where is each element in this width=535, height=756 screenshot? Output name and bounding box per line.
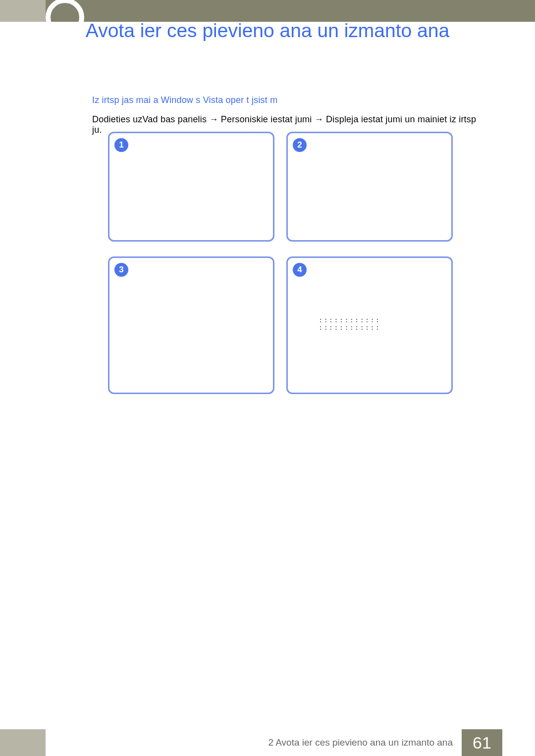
page-footer: 2 Avota ier ces pievieno ana un izmanto … bbox=[0, 729, 535, 756]
step-number-badge: 2 bbox=[293, 138, 307, 152]
step-number-badge: 1 bbox=[114, 138, 128, 152]
step-number-badge: 4 bbox=[293, 263, 307, 277]
step-card-4: 4 :::::::::::: :::::::::::: bbox=[286, 256, 453, 394]
page-title: Avota ier ces pievieno ana un izmanto an… bbox=[0, 20, 535, 42]
arrow-icon: → bbox=[315, 114, 323, 124]
path-part-a: Dodieties uzVad bas panelis bbox=[92, 114, 209, 124]
footer-chapter-text: 2 Avota ier ces pievieno ana un izmanto … bbox=[46, 729, 462, 756]
header-left-block bbox=[0, 0, 46, 22]
step-card-3: 3 bbox=[108, 256, 274, 394]
section-subheading: Iz irtsp jas mai a Window s Vista oper t… bbox=[92, 95, 479, 105]
path-part-b: Personiskie iestat jumi bbox=[221, 114, 315, 124]
footer-left-block bbox=[0, 729, 46, 756]
screenshot-grid: 1 2 3 4 :::::::::::: :::::::::::: bbox=[108, 132, 453, 394]
page-number: 61 bbox=[462, 729, 502, 756]
step-card-1: 1 bbox=[108, 132, 274, 242]
drag-dots-icon: :::::::::::: :::::::::::: bbox=[319, 316, 380, 332]
content-block: Iz irtsp jas mai a Window s Vista oper t… bbox=[92, 95, 479, 135]
step-card-2: 2 bbox=[286, 132, 453, 242]
step-number-badge: 3 bbox=[114, 263, 128, 277]
arrow-icon: → bbox=[209, 114, 218, 124]
